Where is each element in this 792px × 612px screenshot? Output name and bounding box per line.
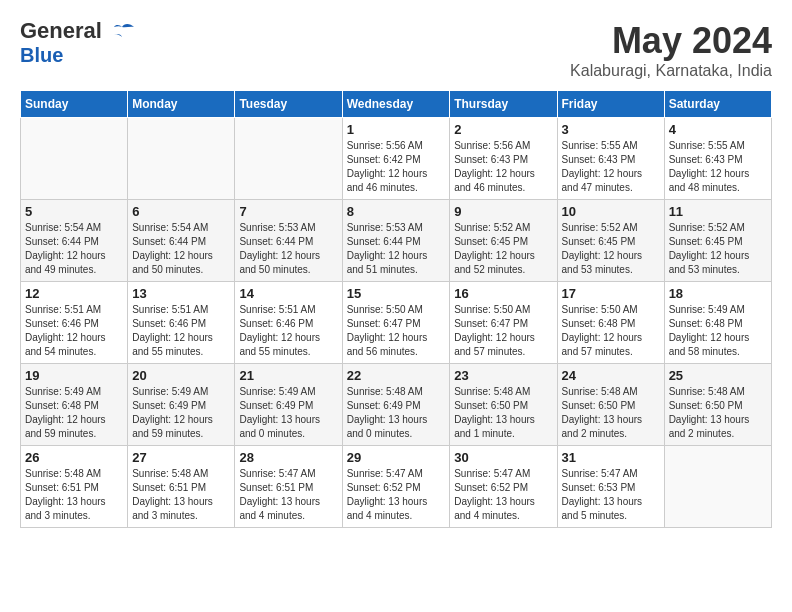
logo-general: General <box>20 18 102 43</box>
day-number: 10 <box>562 204 660 219</box>
calendar-cell: 31Sunrise: 5:47 AMSunset: 6:53 PMDayligh… <box>557 446 664 528</box>
calendar-cell: 4Sunrise: 5:55 AMSunset: 6:43 PMDaylight… <box>664 118 771 200</box>
calendar-cell: 1Sunrise: 5:56 AMSunset: 6:42 PMDaylight… <box>342 118 450 200</box>
page-title: May 2024 <box>570 20 772 62</box>
day-info: Sunrise: 5:52 AMSunset: 6:45 PMDaylight:… <box>669 221 767 277</box>
calendar-cell: 14Sunrise: 5:51 AMSunset: 6:46 PMDayligh… <box>235 282 342 364</box>
day-header-saturday: Saturday <box>664 91 771 118</box>
day-header-friday: Friday <box>557 91 664 118</box>
day-info: Sunrise: 5:47 AMSunset: 6:52 PMDaylight:… <box>347 467 446 523</box>
logo: General Blue <box>20 20 136 65</box>
day-info: Sunrise: 5:48 AMSunset: 6:50 PMDaylight:… <box>454 385 552 441</box>
calendar-header-row: SundayMondayTuesdayWednesdayThursdayFrid… <box>21 91 772 118</box>
day-number: 14 <box>239 286 337 301</box>
calendar-cell: 10Sunrise: 5:52 AMSunset: 6:45 PMDayligh… <box>557 200 664 282</box>
calendar-cell: 17Sunrise: 5:50 AMSunset: 6:48 PMDayligh… <box>557 282 664 364</box>
calendar-week-4: 19Sunrise: 5:49 AMSunset: 6:48 PMDayligh… <box>21 364 772 446</box>
day-header-tuesday: Tuesday <box>235 91 342 118</box>
calendar-cell: 11Sunrise: 5:52 AMSunset: 6:45 PMDayligh… <box>664 200 771 282</box>
day-info: Sunrise: 5:56 AMSunset: 6:42 PMDaylight:… <box>347 139 446 195</box>
calendar-cell: 25Sunrise: 5:48 AMSunset: 6:50 PMDayligh… <box>664 364 771 446</box>
calendar-cell: 29Sunrise: 5:47 AMSunset: 6:52 PMDayligh… <box>342 446 450 528</box>
day-info: Sunrise: 5:48 AMSunset: 6:50 PMDaylight:… <box>562 385 660 441</box>
day-number: 8 <box>347 204 446 219</box>
day-number: 11 <box>669 204 767 219</box>
day-info: Sunrise: 5:55 AMSunset: 6:43 PMDaylight:… <box>669 139 767 195</box>
calendar-cell: 15Sunrise: 5:50 AMSunset: 6:47 PMDayligh… <box>342 282 450 364</box>
day-info: Sunrise: 5:56 AMSunset: 6:43 PMDaylight:… <box>454 139 552 195</box>
day-info: Sunrise: 5:48 AMSunset: 6:49 PMDaylight:… <box>347 385 446 441</box>
calendar-cell: 23Sunrise: 5:48 AMSunset: 6:50 PMDayligh… <box>450 364 557 446</box>
calendar-week-1: 1Sunrise: 5:56 AMSunset: 6:42 PMDaylight… <box>21 118 772 200</box>
day-info: Sunrise: 5:53 AMSunset: 6:44 PMDaylight:… <box>347 221 446 277</box>
calendar-cell <box>128 118 235 200</box>
day-info: Sunrise: 5:52 AMSunset: 6:45 PMDaylight:… <box>562 221 660 277</box>
day-number: 20 <box>132 368 230 383</box>
day-number: 5 <box>25 204 123 219</box>
day-number: 24 <box>562 368 660 383</box>
day-info: Sunrise: 5:51 AMSunset: 6:46 PMDaylight:… <box>132 303 230 359</box>
calendar-cell: 9Sunrise: 5:52 AMSunset: 6:45 PMDaylight… <box>450 200 557 282</box>
day-info: Sunrise: 5:51 AMSunset: 6:46 PMDaylight:… <box>239 303 337 359</box>
logo-blue: Blue <box>20 45 63 65</box>
day-number: 23 <box>454 368 552 383</box>
day-number: 17 <box>562 286 660 301</box>
calendar-cell: 26Sunrise: 5:48 AMSunset: 6:51 PMDayligh… <box>21 446 128 528</box>
calendar-week-2: 5Sunrise: 5:54 AMSunset: 6:44 PMDaylight… <box>21 200 772 282</box>
day-header-sunday: Sunday <box>21 91 128 118</box>
day-info: Sunrise: 5:53 AMSunset: 6:44 PMDaylight:… <box>239 221 337 277</box>
calendar-week-5: 26Sunrise: 5:48 AMSunset: 6:51 PMDayligh… <box>21 446 772 528</box>
calendar-cell: 8Sunrise: 5:53 AMSunset: 6:44 PMDaylight… <box>342 200 450 282</box>
day-number: 19 <box>25 368 123 383</box>
calendar-cell: 30Sunrise: 5:47 AMSunset: 6:52 PMDayligh… <box>450 446 557 528</box>
day-number: 25 <box>669 368 767 383</box>
day-number: 15 <box>347 286 446 301</box>
day-number: 9 <box>454 204 552 219</box>
day-info: Sunrise: 5:47 AMSunset: 6:52 PMDaylight:… <box>454 467 552 523</box>
day-number: 16 <box>454 286 552 301</box>
day-info: Sunrise: 5:50 AMSunset: 6:48 PMDaylight:… <box>562 303 660 359</box>
calendar-table: SundayMondayTuesdayWednesdayThursdayFrid… <box>20 90 772 528</box>
calendar-cell: 22Sunrise: 5:48 AMSunset: 6:49 PMDayligh… <box>342 364 450 446</box>
calendar-cell: 24Sunrise: 5:48 AMSunset: 6:50 PMDayligh… <box>557 364 664 446</box>
day-header-thursday: Thursday <box>450 91 557 118</box>
day-number: 21 <box>239 368 337 383</box>
day-number: 27 <box>132 450 230 465</box>
calendar-cell: 27Sunrise: 5:48 AMSunset: 6:51 PMDayligh… <box>128 446 235 528</box>
calendar-cell: 5Sunrise: 5:54 AMSunset: 6:44 PMDaylight… <box>21 200 128 282</box>
calendar-cell: 7Sunrise: 5:53 AMSunset: 6:44 PMDaylight… <box>235 200 342 282</box>
calendar-cell <box>235 118 342 200</box>
page-subtitle: Kalaburagi, Karnataka, India <box>570 62 772 80</box>
day-header-monday: Monday <box>128 91 235 118</box>
day-header-wednesday: Wednesday <box>342 91 450 118</box>
calendar-cell: 6Sunrise: 5:54 AMSunset: 6:44 PMDaylight… <box>128 200 235 282</box>
day-number: 6 <box>132 204 230 219</box>
day-info: Sunrise: 5:48 AMSunset: 6:51 PMDaylight:… <box>132 467 230 523</box>
day-info: Sunrise: 5:47 AMSunset: 6:53 PMDaylight:… <box>562 467 660 523</box>
day-number: 31 <box>562 450 660 465</box>
calendar-cell: 3Sunrise: 5:55 AMSunset: 6:43 PMDaylight… <box>557 118 664 200</box>
calendar-cell <box>21 118 128 200</box>
day-info: Sunrise: 5:50 AMSunset: 6:47 PMDaylight:… <box>454 303 552 359</box>
title-block: May 2024 Kalaburagi, Karnataka, India <box>570 20 772 80</box>
page-header: General Blue May 2024 Kalaburagi, Karnat… <box>20 20 772 80</box>
day-number: 13 <box>132 286 230 301</box>
day-info: Sunrise: 5:49 AMSunset: 6:49 PMDaylight:… <box>239 385 337 441</box>
day-number: 2 <box>454 122 552 137</box>
logo-bird-icon <box>108 23 136 45</box>
calendar-cell <box>664 446 771 528</box>
day-number: 22 <box>347 368 446 383</box>
day-info: Sunrise: 5:54 AMSunset: 6:44 PMDaylight:… <box>132 221 230 277</box>
day-number: 3 <box>562 122 660 137</box>
day-info: Sunrise: 5:47 AMSunset: 6:51 PMDaylight:… <box>239 467 337 523</box>
day-number: 28 <box>239 450 337 465</box>
calendar-cell: 21Sunrise: 5:49 AMSunset: 6:49 PMDayligh… <box>235 364 342 446</box>
calendar-week-3: 12Sunrise: 5:51 AMSunset: 6:46 PMDayligh… <box>21 282 772 364</box>
day-number: 4 <box>669 122 767 137</box>
calendar-cell: 19Sunrise: 5:49 AMSunset: 6:48 PMDayligh… <box>21 364 128 446</box>
day-number: 7 <box>239 204 337 219</box>
day-info: Sunrise: 5:48 AMSunset: 6:51 PMDaylight:… <box>25 467 123 523</box>
day-info: Sunrise: 5:48 AMSunset: 6:50 PMDaylight:… <box>669 385 767 441</box>
day-number: 18 <box>669 286 767 301</box>
day-info: Sunrise: 5:50 AMSunset: 6:47 PMDaylight:… <box>347 303 446 359</box>
